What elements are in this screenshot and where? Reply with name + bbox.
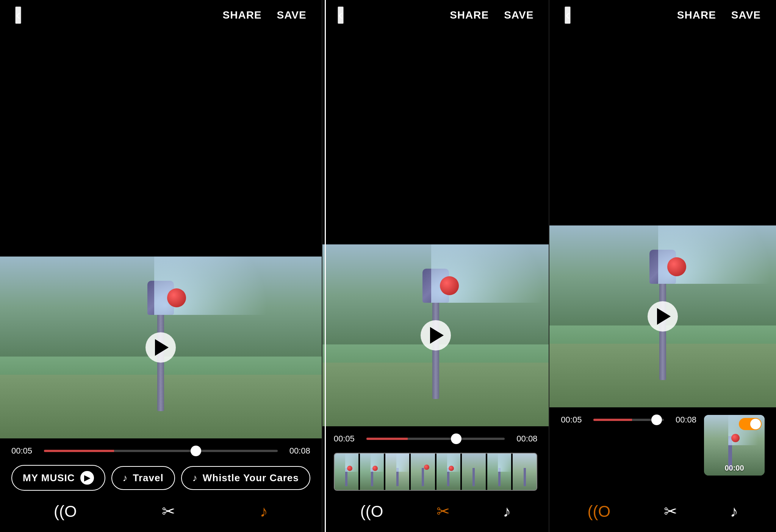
panel-2-video-area: [322, 30, 549, 426]
panel-1-back-button[interactable]: ‹: [15, 6, 21, 24]
panel-1-whistle-label: Whistle Your Cares: [203, 472, 299, 484]
panel-3-video-area: [549, 30, 776, 407]
panel-3-save-button[interactable]: SAVE: [731, 9, 761, 21]
panel-1-my-music-pill[interactable]: MY MUSIC ▶: [11, 465, 105, 491]
panel-1-music-note-2: ♪: [192, 472, 197, 484]
panel-3-timeline: 00:05 00:08: [561, 415, 696, 425]
panel-1-bottom-icons: ((O ✂ ♪: [11, 498, 310, 524]
panel-2: ‹ SHARE SAVE: [322, 0, 550, 532]
panel-1-video-area: [0, 30, 322, 438]
panel-3-share-button[interactable]: SHARE: [677, 9, 716, 21]
filmstrip-frame-4: [411, 454, 435, 490]
panel-1-share-button[interactable]: SHARE: [223, 9, 262, 21]
panel-3-play-button[interactable]: [648, 301, 678, 332]
panel-3-toggle-knob: [750, 419, 761, 429]
panel-3-bottom-icons: ((O ✂ ♪: [561, 498, 765, 524]
panel-3-thumbnail-time: 00:00: [724, 464, 744, 473]
panel-1-travel-pill[interactable]: ♪ Travel: [111, 466, 175, 490]
panel-1-save-button[interactable]: SAVE: [277, 9, 307, 21]
panel-2-loop-icon[interactable]: ((O: [360, 502, 383, 521]
panel-3-loop-icon[interactable]: ((O: [588, 502, 611, 521]
panel-3-start-time: 00:05: [561, 415, 587, 425]
panel-1-loop-icon[interactable]: ((O: [54, 502, 77, 521]
panel-2-header-actions: SHARE SAVE: [450, 9, 534, 21]
panel-3-music-bottom-icon[interactable]: ♪: [730, 502, 738, 521]
panel-2-play-button[interactable]: [421, 320, 451, 350]
filmstrip-frame-2: [360, 454, 384, 490]
filmstrip-frame-3: [385, 454, 409, 490]
panel-1-bottom-controls: 00:05 00:08 MY MUSIC ▶ ♪ Travel: [0, 438, 322, 532]
panel-1-start-time: 00:05: [11, 446, 38, 456]
play-triangle-1: [155, 339, 169, 356]
panel-3-progress-thumb[interactable]: [651, 415, 662, 425]
panel-2-start-time: 00:05: [334, 434, 360, 444]
panel-1-end-time: 00:08: [284, 446, 310, 456]
panel-1-travel-label: Travel: [133, 472, 164, 484]
panel-1-progress-thumb[interactable]: [191, 446, 201, 456]
panel-2-header: ‹ SHARE SAVE: [322, 0, 549, 30]
panel-3-cut-icon[interactable]: ✂: [664, 502, 677, 521]
panel-3-header-actions: SHARE SAVE: [677, 9, 761, 21]
panel-3-progress-played: [593, 419, 632, 421]
panel-2-filmstrip[interactable]: [334, 453, 538, 491]
panel-3-timeline-section: 00:05 00:08: [561, 415, 696, 434]
panel-2-bottom-controls: 00:05 00:08 ((O: [322, 426, 549, 532]
panel-1-header-actions: SHARE SAVE: [223, 9, 307, 21]
panel-3-toggle[interactable]: [739, 418, 762, 430]
panel-2-save-button[interactable]: SAVE: [504, 9, 534, 21]
panel-1-music-controls: MY MUSIC ▶ ♪ Travel ♪ Whistle Your Cares: [11, 465, 310, 491]
panel-1-whistle-pill[interactable]: ♪ Whistle Your Cares: [181, 466, 310, 490]
panel-1-video-thumbnail[interactable]: [0, 257, 322, 438]
filmstrip-frame-1: [335, 454, 358, 490]
panel-1-music-bottom-icon[interactable]: ♪: [260, 502, 268, 521]
panel-2-progress-played: [366, 438, 408, 440]
panel-1-play-button[interactable]: [146, 332, 176, 363]
panel-2-progress-thumb[interactable]: [451, 433, 462, 444]
panel-2-bottom-icons: ((O ✂ ♪: [334, 498, 538, 524]
filmstrip-frame-8: [513, 454, 537, 490]
panel-2-end-time: 00:08: [511, 434, 537, 444]
panel-3: ‹ SHARE SAVE: [549, 0, 776, 532]
panel-1: ‹ SHARE SAVE: [0, 0, 322, 532]
panel-1-music-note-1: ♪: [123, 472, 128, 484]
play-triangle-2: [430, 327, 444, 344]
panel-3-header: ‹ SHARE SAVE: [549, 0, 776, 30]
panel-3-timeline-row: 00:05 00:08: [561, 415, 765, 476]
panel-3-bottom-controls: 00:05 00:08: [549, 407, 776, 532]
panel-1-cut-icon[interactable]: ✂: [162, 502, 175, 521]
panel-1-my-music-label: MY MUSIC: [23, 472, 75, 484]
panel-3-end-time: 00:08: [670, 415, 696, 425]
filmstrip-frame-5: [436, 454, 460, 490]
filmstrip-frame-7: [487, 454, 511, 490]
panel-1-progress-bar[interactable]: [44, 450, 278, 452]
panel-1-timeline: 00:05 00:08: [11, 446, 310, 456]
panel-2-video-thumbnail[interactable]: [322, 244, 549, 426]
panel-3-back-button[interactable]: ‹: [565, 6, 571, 24]
panel-2-share-button[interactable]: SHARE: [450, 9, 489, 21]
panel-1-progress-played: [44, 450, 114, 452]
panel-3-spacer: [561, 476, 765, 498]
panel-1-header: ‹ SHARE SAVE: [0, 0, 322, 30]
filmstrip-frame-6: [462, 454, 486, 490]
app-container: ‹ SHARE SAVE: [0, 0, 776, 532]
play-triangle-3: [657, 308, 671, 325]
panel-1-arrow-icon: ▶: [84, 473, 90, 482]
panel-3-thumbnail[interactable]: 00:00: [704, 415, 765, 476]
panel-2-cut-icon[interactable]: ✂: [436, 502, 450, 521]
panel-2-timeline: 00:05 00:08: [334, 434, 538, 444]
panel-2-back-button[interactable]: ‹: [338, 6, 344, 24]
panel-3-progress-bar[interactable]: [593, 419, 664, 421]
panel-3-video-thumbnail[interactable]: [549, 225, 776, 407]
panel-2-progress-bar[interactable]: [366, 438, 505, 440]
panel-2-music-bottom-icon[interactable]: ♪: [503, 502, 511, 521]
panel-1-pill-arrow[interactable]: ▶: [80, 471, 94, 485]
